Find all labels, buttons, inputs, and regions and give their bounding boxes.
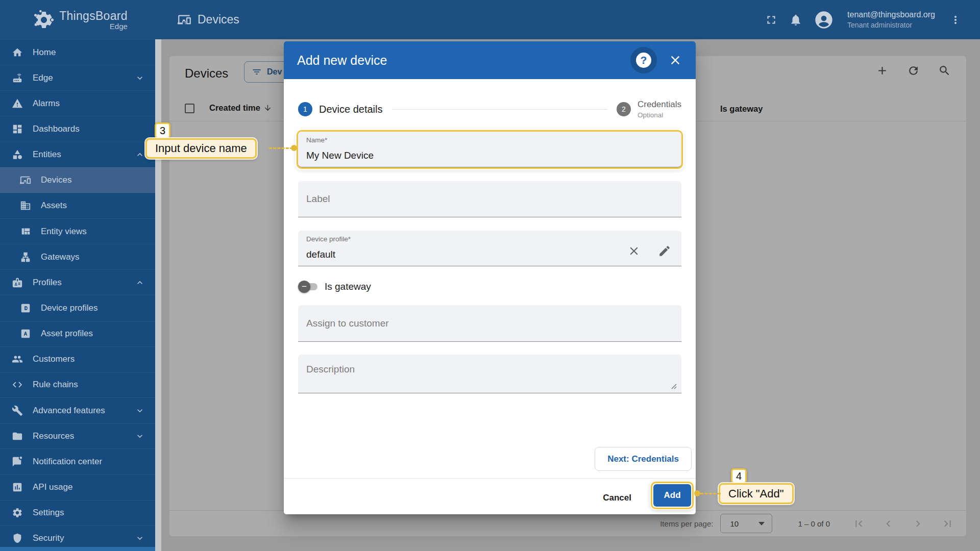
sidebar-item-gateways[interactable]: Gateways: [0, 244, 155, 269]
gateways-icon: [20, 252, 31, 263]
top-bar: ThingsBoard Edge Devices tenant@thingsbo…: [0, 0, 980, 39]
step-1-label: Device details: [319, 104, 383, 115]
dashboard-icon: [12, 123, 23, 135]
sidebar-scrollbar[interactable]: [155, 39, 161, 551]
chevron-down-icon: [135, 73, 145, 83]
annotation-step-4-badge: 4: [731, 468, 747, 484]
sidebar-nav: HomeEdgeAlarmsDashboardsEntitiesDevicesA…: [0, 39, 155, 551]
sidebar-item-label: Device profiles: [41, 303, 98, 313]
sidebar-item-label: Profiles: [33, 278, 62, 288]
sidebar-item-settings[interactable]: Settings: [0, 500, 155, 525]
name-field[interactable]: Name*: [298, 132, 681, 167]
sidebar-item-label: Asset profiles: [41, 329, 93, 339]
dialog-header: Add new device ?: [284, 41, 696, 79]
sidebar-item-label: Notification center: [33, 457, 102, 467]
step-1-circle[interactable]: 1: [298, 102, 312, 116]
sidebar-item-resources[interactable]: Resources: [0, 423, 155, 448]
chevron-down-icon: [135, 406, 145, 416]
chevron-up-icon: [135, 149, 145, 160]
label-field[interactable]: [298, 181, 681, 217]
sidebar-item-entity-views[interactable]: Entity views: [0, 218, 155, 244]
sidebar-item-label: Home: [33, 47, 56, 58]
sidebar-item-edge[interactable]: Edge: [0, 65, 155, 90]
thingsboard-logo: ThingsBoard Edge: [0, 0, 161, 39]
add-button[interactable]: Add: [653, 484, 691, 507]
entities-icon: [12, 149, 23, 160]
sidebar-item-home[interactable]: Home: [0, 39, 155, 65]
close-icon[interactable]: [668, 53, 682, 67]
device-profile-value: default: [306, 249, 625, 260]
logo-subtitle: Edge: [110, 22, 128, 31]
sidebar-item-assets[interactable]: Assets: [0, 193, 155, 218]
annotation-step-3-dot: [291, 145, 297, 151]
device-profile-field[interactable]: Device profile* default: [298, 231, 681, 266]
step-2-circle[interactable]: 2: [617, 102, 631, 116]
annotation-step-3-connector: [269, 147, 293, 149]
help-button[interactable]: ?: [630, 47, 657, 73]
sidebar-item-customers[interactable]: Customers: [0, 346, 155, 372]
sidebar-item-entities[interactable]: Entities: [0, 142, 155, 167]
edit-pencil-icon[interactable]: [658, 244, 671, 258]
sidebar-item-label: Resources: [33, 431, 74, 441]
assets-icon: [20, 200, 31, 211]
description-textarea[interactable]: [306, 364, 673, 389]
avatar[interactable]: [814, 10, 834, 30]
step-2-label: Credentials: [638, 99, 681, 110]
sidebar-item-rule-chains[interactable]: Rule chains: [0, 372, 155, 397]
is-gateway-toggle[interactable]: −: [298, 280, 318, 293]
sidebar-item-dashboards[interactable]: Dashboards: [0, 116, 155, 141]
sidebar-item-devices[interactable]: Devices: [0, 167, 155, 193]
help-icon: ?: [636, 53, 651, 68]
name-input[interactable]: [306, 150, 625, 161]
cancel-button[interactable]: Cancel: [599, 487, 635, 509]
user-info: tenant@thingsboard.org Tenant administra…: [847, 10, 935, 29]
router-icon: [12, 72, 23, 84]
more-menu-icon[interactable]: [949, 14, 962, 26]
sidebar-item-label: Dashboards: [33, 124, 80, 134]
sidebar-item-alarms[interactable]: Alarms: [0, 90, 155, 116]
add-button-highlight: Add: [651, 482, 694, 509]
api-usage-icon: [12, 482, 23, 493]
sidebar-item-label: Gateways: [41, 252, 80, 262]
assign-customer-input[interactable]: [306, 305, 673, 341]
is-gateway-label: Is gateway: [325, 281, 371, 292]
sidebar-item-asset-profiles[interactable]: Asset profiles: [0, 321, 155, 346]
dialog-stepper: 1 Device details 2 Credentials Optional: [298, 100, 681, 118]
sidebar-item-api-usage[interactable]: API usage: [0, 474, 155, 499]
chevron-up-icon: [135, 278, 145, 288]
clear-icon[interactable]: [627, 244, 641, 258]
annotation-step-4-label: Click "Add": [719, 483, 794, 504]
entity-views-icon: [20, 226, 31, 237]
sidebar-item-profiles[interactable]: Profiles: [0, 269, 155, 295]
settings-icon: [12, 507, 23, 518]
asset-profile-icon: [20, 328, 31, 339]
label-input[interactable]: [306, 181, 673, 217]
description-field[interactable]: [298, 355, 681, 393]
fullscreen-icon[interactable]: [765, 13, 778, 27]
device-profile-icon: [20, 303, 31, 314]
chevron-down-icon: [135, 533, 145, 543]
sidebar-item-advanced-features[interactable]: Advanced features: [0, 397, 155, 423]
resources-icon: [12, 431, 23, 442]
resize-handle-icon[interactable]: [671, 384, 677, 389]
sidebar-item-label: API usage: [33, 482, 72, 492]
name-field-label: Name*: [306, 136, 327, 144]
toggle-thumb-minus-icon: −: [298, 281, 310, 293]
notification-icon: [12, 456, 23, 467]
sidebar-item-label: Entity views: [41, 227, 87, 237]
sidebar-item-label: Edge: [33, 73, 53, 83]
devices-icon: [178, 13, 191, 27]
warning-icon: [12, 98, 23, 109]
sidebar-item-label: Advanced features: [33, 406, 105, 416]
sidebar-item-notification-center[interactable]: Notification center: [0, 448, 155, 474]
next-credentials-button[interactable]: Next: Credentials: [595, 447, 692, 471]
assign-customer-field[interactable]: [298, 305, 681, 342]
customers-icon: [12, 354, 23, 365]
user-email: tenant@thingsboard.org: [847, 10, 935, 19]
page-title: Devices: [178, 0, 239, 39]
notifications-bell-icon[interactable]: [789, 13, 802, 27]
sidebar-item-device-profiles[interactable]: Device profiles: [0, 295, 155, 320]
sidebar-item-label: Entities: [33, 149, 61, 160]
annotation-step-3-badge: 3: [155, 122, 170, 139]
annotation-step-4-dot: [694, 490, 700, 496]
